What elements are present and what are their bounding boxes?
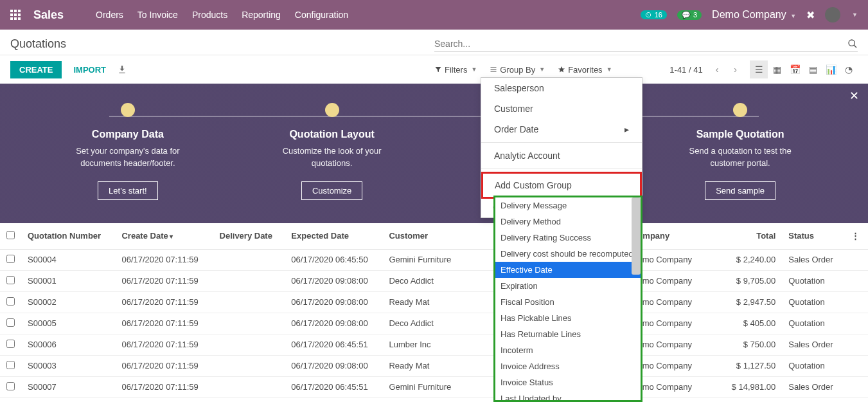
debug-icon[interactable]: ✖ — [806, 9, 815, 21]
search-area — [434, 36, 858, 52]
table-row[interactable]: S0000206/17/2020 07:11:5906/17/2020 09:0… — [0, 291, 868, 313]
cell-total: $ 14,981.00 — [720, 376, 782, 397]
suggest-item[interactable]: Incoterm — [495, 342, 641, 358]
suggest-item[interactable]: Delivery cost should be recomputed — [495, 246, 641, 262]
suggest-item[interactable]: Delivery Method — [495, 214, 641, 230]
search-input[interactable] — [434, 36, 847, 51]
suggest-item[interactable]: Expiration — [495, 278, 641, 294]
search-icon[interactable] — [847, 39, 858, 49]
groupby-salesperson[interactable]: Salesperson — [481, 78, 642, 98]
svg-rect-1 — [14, 10, 17, 12]
suggest-item[interactable]: Has Returnable Lines — [495, 326, 641, 342]
filters-menu[interactable]: Filters▼ — [434, 65, 477, 75]
suggest-item[interactable]: Effective Date — [495, 262, 641, 278]
pager-next[interactable]: › — [731, 64, 740, 75]
select-all-checkbox[interactable] — [6, 231, 15, 239]
suggest-item[interactable]: Fiscal Position — [495, 294, 641, 310]
cell-delivery — [213, 249, 285, 270]
create-button[interactable]: CREATE — [10, 61, 62, 78]
suggest-item[interactable]: Delivery Rating Success — [495, 230, 641, 246]
nav-to-invoice[interactable]: To Invoice — [137, 10, 178, 20]
suggest-item[interactable]: Delivery Message — [495, 197, 641, 214]
table-row[interactable]: S0000506/17/2020 07:11:5906/17/2020 09:0… — [0, 313, 868, 334]
cell-create: 06/17/2020 07:11:59 — [115, 313, 213, 334]
groupby-analytic-account[interactable]: Analytic Account — [481, 145, 642, 166]
step-company-data: Company Data Set your company's data for… — [26, 103, 230, 200]
header-create-date[interactable]: Create Date — [115, 223, 213, 250]
table-row[interactable]: S0000706/17/2020 07:11:5906/17/2020 06:4… — [0, 376, 868, 397]
view-activity-icon[interactable]: ◔ — [840, 60, 858, 78]
cell-status: Quotation — [782, 270, 845, 291]
header-customer[interactable]: Customer — [382, 223, 465, 250]
svg-rect-7 — [14, 17, 17, 20]
row-checkbox[interactable] — [6, 318, 15, 327]
user-avatar[interactable] — [825, 7, 840, 23]
step-desc: Set your company's data fordocuments hea… — [26, 145, 230, 170]
cell-expected: 06/17/2020 06:45:50 — [285, 249, 382, 270]
action-bar: CREATE IMPORT Filters▼ Group By▼ Favorit… — [0, 55, 868, 84]
row-checkbox[interactable] — [6, 297, 15, 306]
nav-orders[interactable]: Orders — [96, 10, 123, 20]
nav-reporting[interactable]: Reporting — [242, 10, 281, 20]
suggest-item[interactable]: Invoice Status — [495, 374, 641, 390]
view-graph-icon[interactable]: 📊 — [822, 60, 840, 78]
row-checkbox[interactable] — [6, 361, 15, 369]
groupby-customer[interactable]: Customer — [481, 98, 642, 119]
table-row[interactable]: S0000306/17/2020 07:11:5906/17/2020 09:0… — [0, 355, 868, 376]
user-menu-caret[interactable]: ▼ — [852, 12, 858, 18]
import-button[interactable]: IMPORT — [73, 65, 106, 75]
table-row[interactable]: S0000606/17/2020 07:11:5906/17/2020 06:4… — [0, 334, 868, 355]
view-list-icon[interactable]: ☰ — [750, 60, 768, 78]
cell-total: $ 405.00 — [720, 313, 782, 334]
header-total[interactable]: Total — [720, 223, 782, 250]
onboarding-banner: ✕ Company Data Set your company's data f… — [0, 84, 868, 223]
cell-customer: Deco Addict — [382, 313, 465, 334]
pager-prev[interactable]: ‹ — [713, 64, 722, 75]
row-checkbox[interactable] — [6, 382, 15, 390]
suggest-item[interactable]: Has Pickable Lines — [495, 310, 641, 326]
row-checkbox[interactable] — [6, 276, 15, 284]
company-switcher[interactable]: Demo Company ▼ — [712, 9, 796, 21]
add-custom-group[interactable]: Add Custom Group — [481, 172, 642, 199]
apps-icon[interactable] — [10, 10, 21, 20]
app-brand[interactable]: Sales — [33, 8, 64, 22]
customize-button[interactable]: Customize — [301, 181, 362, 200]
chat-badge[interactable]: 💬 3 — [677, 10, 702, 20]
header-number[interactable]: Quotation Number — [21, 223, 115, 250]
control-row: Quotations — [0, 30, 868, 55]
activity-count: 16 — [655, 11, 662, 19]
groupby-order-date[interactable]: Order Date▸ — [481, 119, 642, 140]
view-pivot-icon[interactable]: ▤ — [804, 60, 822, 78]
scrollbar-thumb[interactable] — [632, 197, 641, 275]
send-sample-button[interactable]: Send sample — [705, 181, 775, 200]
table-row[interactable]: S0000406/17/2020 07:11:5906/17/2020 06:4… — [0, 249, 868, 270]
row-checkbox[interactable] — [6, 340, 15, 348]
pager-area: 1-41 / 41 ‹ › ☰ ▦ 📅 ▤ 📊 ◔ — [669, 60, 858, 78]
close-icon[interactable]: ✕ — [849, 89, 859, 103]
suggest-item[interactable]: Last Updated by — [495, 390, 641, 402]
header-delivery-date[interactable]: Delivery Date — [213, 223, 285, 250]
nav-configuration[interactable]: Configuration — [295, 10, 348, 20]
cell-delivery — [213, 376, 285, 397]
pager-text[interactable]: 1-41 / 41 — [669, 65, 702, 75]
groupby-menu[interactable]: Group By▼ — [490, 65, 545, 75]
view-kanban-icon[interactable]: ▦ — [768, 60, 786, 78]
cell-create: 06/17/2020 07:11:59 — [115, 355, 213, 376]
table-row[interactable]: S0000106/17/2020 07:11:5906/17/2020 09:0… — [0, 270, 868, 291]
favorites-menu[interactable]: Favorites▼ — [558, 65, 612, 75]
header-expected-date[interactable]: Expected Date — [285, 223, 382, 250]
cell-expected: 06/17/2020 06:45:51 — [285, 376, 382, 397]
download-icon[interactable] — [118, 65, 127, 74]
header-options[interactable]: ⋮ — [845, 223, 868, 250]
view-calendar-icon[interactable]: 📅 — [786, 60, 804, 78]
quotations-table: Quotation Number Create Date Delivery Da… — [0, 223, 868, 398]
lets-start-button[interactable]: Let's start! — [98, 181, 158, 200]
dropdown-divider — [481, 169, 642, 169]
header-status[interactable]: Status — [782, 223, 845, 250]
cell-customer: Deco Addict — [382, 270, 465, 291]
view-switcher: ☰ ▦ 📅 ▤ 📊 ◔ — [750, 60, 858, 78]
activity-badge[interactable]: ⏲ 16 — [641, 10, 667, 19]
row-checkbox[interactable] — [6, 255, 15, 263]
suggest-item[interactable]: Invoice Address — [495, 358, 641, 374]
nav-products[interactable]: Products — [192, 10, 227, 20]
